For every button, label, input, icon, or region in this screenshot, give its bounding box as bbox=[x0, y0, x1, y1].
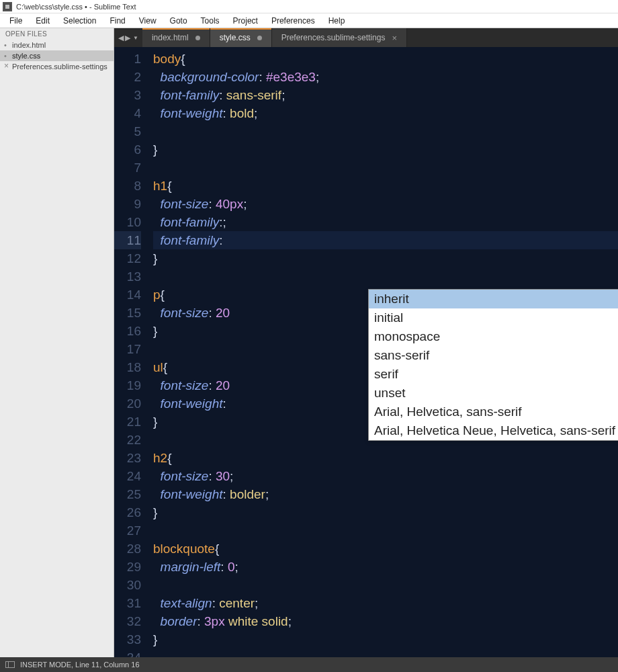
open-file-item[interactable]: index.html bbox=[0, 40, 114, 50]
line-number: 21 bbox=[114, 413, 141, 431]
autocomplete-option[interactable]: initial bbox=[369, 308, 618, 327]
workspace: OPEN FILES index.htmlstyle.cssPreference… bbox=[0, 28, 618, 657]
line-number: 9 bbox=[114, 195, 141, 213]
title-bar: C:\web\css\style.css • - Sublime Text bbox=[0, 0, 618, 13]
menu-help[interactable]: Help bbox=[322, 15, 352, 27]
line-number: 11 bbox=[114, 231, 141, 249]
autocomplete-popup[interactable]: inheritinitialmonospacesans-serifserifun… bbox=[368, 289, 618, 441]
code-line[interactable]: h1{ bbox=[153, 177, 618, 195]
menu-preferences[interactable]: Preferences bbox=[265, 15, 322, 27]
menu-goto[interactable]: Goto bbox=[163, 15, 194, 27]
code-line[interactable]: font-weight: bolder; bbox=[153, 485, 618, 503]
close-icon[interactable]: × bbox=[392, 33, 397, 43]
menu-project[interactable]: Project bbox=[226, 15, 265, 27]
code-line[interactable] bbox=[153, 576, 618, 594]
open-file-label: index.html bbox=[12, 41, 46, 49]
code-line[interactable]: background-color: #e3e3e3; bbox=[153, 68, 618, 86]
code-line[interactable]: font-weight: bold; bbox=[153, 104, 618, 122]
line-number: 22 bbox=[114, 431, 141, 449]
code-line[interactable]: h2{ bbox=[153, 449, 618, 467]
code-line[interactable]: font-size: 30; bbox=[153, 467, 618, 485]
autocomplete-option[interactable]: serif bbox=[369, 365, 618, 384]
code-line[interactable] bbox=[153, 521, 618, 540]
line-number: 32 bbox=[114, 612, 141, 630]
line-number: 23 bbox=[114, 449, 141, 467]
line-number: 7 bbox=[114, 159, 141, 177]
open-file-item[interactable]: style.css bbox=[0, 50, 114, 61]
line-number: 33 bbox=[114, 630, 141, 648]
line-number: 30 bbox=[114, 576, 141, 594]
tab-preferences-sublime-settings[interactable]: Preferences.sublime-settings× bbox=[272, 28, 407, 47]
open-file-label: style.css bbox=[12, 52, 40, 60]
code-line[interactable]: blockquote{ bbox=[153, 540, 618, 558]
code-area[interactable]: 1234567891011121314151617181920212223242… bbox=[114, 47, 618, 657]
line-number: 16 bbox=[114, 322, 141, 340]
code-line[interactable]: } bbox=[153, 249, 618, 267]
code-line[interactable]: border: 3px white solid; bbox=[153, 612, 618, 630]
gutter: 1234567891011121314151617181920212223242… bbox=[114, 47, 148, 657]
svg-rect-1 bbox=[5, 5, 9, 9]
sidebar-header: OPEN FILES bbox=[0, 28, 114, 40]
code-line[interactable]: body{ bbox=[153, 50, 618, 68]
nav-back-icon[interactable]: ◀ bbox=[118, 34, 124, 42]
editor-pane: ◀ ▶ ▼ index.htmlstyle.cssPreferences.sub… bbox=[114, 28, 618, 657]
tabs-row: ◀ ▶ ▼ index.htmlstyle.cssPreferences.sub… bbox=[114, 28, 618, 47]
app-icon bbox=[3, 2, 12, 11]
tab-label: index.html bbox=[152, 33, 189, 42]
tab-index-html[interactable]: index.html bbox=[142, 28, 210, 47]
sidebar: OPEN FILES index.htmlstyle.cssPreference… bbox=[0, 28, 114, 657]
code-line[interactable]: } bbox=[153, 140, 618, 159]
autocomplete-option[interactable]: unset bbox=[369, 384, 618, 403]
open-file-item[interactable]: Preferences.sublime-settings bbox=[0, 61, 114, 72]
line-number: 31 bbox=[114, 594, 141, 612]
code-line[interactable]: margin-left: 0; bbox=[153, 558, 618, 576]
line-number: 6 bbox=[114, 140, 141, 159]
menu-edit[interactable]: Edit bbox=[29, 15, 56, 27]
menu-find[interactable]: Find bbox=[103, 15, 132, 27]
nav-forward-icon[interactable]: ▶ bbox=[125, 34, 130, 42]
nav-dropdown-icon[interactable]: ▼ bbox=[133, 35, 138, 41]
autocomplete-option[interactable]: Arial, Helvetica, sans-serif bbox=[369, 403, 618, 421]
line-number: 18 bbox=[114, 358, 141, 376]
line-number: 14 bbox=[114, 286, 141, 304]
line-number: 4 bbox=[114, 104, 141, 122]
line-number: 25 bbox=[114, 485, 141, 503]
line-number: 12 bbox=[114, 249, 141, 267]
line-number: 34 bbox=[114, 648, 141, 657]
code-line[interactable]: font-family: bbox=[153, 231, 618, 249]
dirty-indicator-icon bbox=[195, 36, 200, 40]
code-line[interactable]: text-align: center; bbox=[153, 594, 618, 612]
panel-switcher-icon[interactable] bbox=[5, 661, 15, 668]
code-line[interactable]: } bbox=[153, 503, 618, 521]
line-number: 8 bbox=[114, 177, 141, 195]
tab-label: style.css bbox=[220, 33, 251, 42]
autocomplete-option[interactable]: sans-serif bbox=[369, 346, 618, 365]
code-line[interactable]: font-family: sans-serif; bbox=[153, 86, 618, 104]
line-number: 28 bbox=[114, 540, 141, 558]
autocomplete-option[interactable]: monospace bbox=[369, 327, 618, 346]
code-line[interactable]: } bbox=[153, 630, 618, 648]
code-line[interactable] bbox=[153, 648, 618, 657]
code-line[interactable]: font-size: 40px; bbox=[153, 195, 618, 213]
line-number: 29 bbox=[114, 558, 141, 576]
menu-view[interactable]: View bbox=[132, 15, 163, 27]
line-number: 17 bbox=[114, 340, 141, 358]
menu-selection[interactable]: Selection bbox=[56, 15, 103, 27]
line-number: 15 bbox=[114, 304, 141, 322]
menu-file[interactable]: File bbox=[3, 15, 29, 27]
autocomplete-option[interactable]: inherit bbox=[369, 290, 618, 308]
line-number: 13 bbox=[114, 267, 141, 286]
code-line[interactable]: font-family:; bbox=[153, 213, 618, 231]
line-number: 26 bbox=[114, 503, 141, 521]
code-line[interactable] bbox=[153, 122, 618, 140]
autocomplete-option[interactable]: Arial, Helvetica Neue, Helvetica, sans-s… bbox=[369, 421, 618, 440]
line-number: 3 bbox=[114, 86, 141, 104]
menu-tools[interactable]: Tools bbox=[194, 15, 226, 27]
window-title: C:\web\css\style.css • - Sublime Text bbox=[16, 3, 136, 11]
open-file-label: Preferences.sublime-settings bbox=[12, 62, 107, 71]
code-line[interactable] bbox=[153, 159, 618, 177]
tab-style-css[interactable]: style.css bbox=[210, 28, 272, 47]
status-bar: INSERT MODE, Line 11, Column 16 bbox=[0, 657, 618, 672]
tab-label: Preferences.sublime-settings bbox=[281, 33, 386, 42]
code-line[interactable] bbox=[153, 267, 618, 286]
